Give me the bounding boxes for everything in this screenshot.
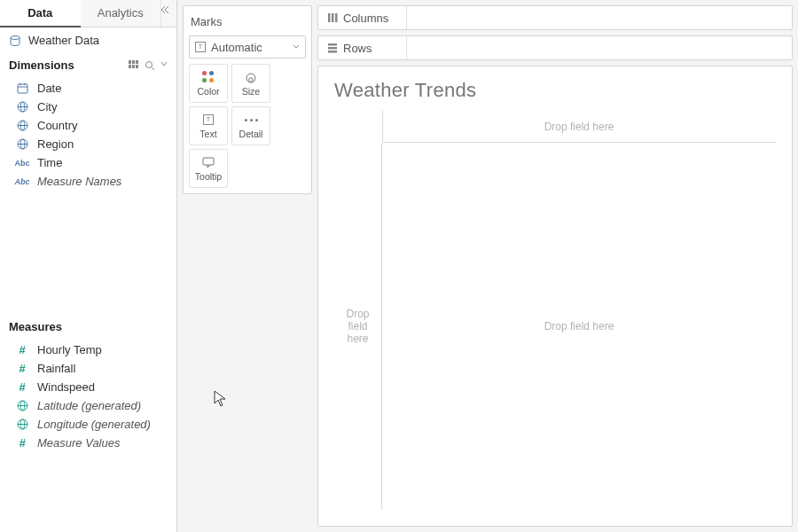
globe-icon — [16, 419, 28, 430]
svg-rect-6 — [136, 65, 138, 68]
datasource-name: Weather Data — [28, 34, 99, 47]
rows-icon — [327, 43, 338, 53]
search-icon[interactable] — [145, 60, 155, 71]
dimension-field-date[interactable]: Date — [0, 79, 176, 98]
svg-rect-5 — [132, 65, 135, 68]
columns-icon — [327, 12, 338, 23]
number-icon: # — [16, 436, 28, 450]
dimension-field-measure-names[interactable]: Abc Measure Names — [0, 172, 176, 191]
viz-body-drop[interactable]: Drop field here — [382, 143, 776, 510]
size-icon — [244, 70, 258, 84]
svg-rect-34 — [328, 43, 337, 46]
dimensions-title: Dimensions — [9, 59, 74, 72]
svg-rect-30 — [203, 158, 214, 165]
abc-icon: Abc — [16, 159, 28, 168]
measure-field-rainfall[interactable]: # Rainfall — [0, 359, 176, 378]
measure-field-longitude[interactable]: Longitude (generated) — [0, 415, 176, 434]
dimension-field-region[interactable]: Region — [0, 135, 176, 153]
marks-text-button[interactable]: T Text — [189, 106, 228, 145]
svg-rect-1 — [129, 60, 131, 64]
globe-icon — [16, 138, 28, 150]
globe-icon — [16, 120, 28, 131]
field-label: Country — [37, 119, 78, 132]
marks-grid: Color Size T Text Detail — [189, 64, 306, 188]
tab-data[interactable]: Data — [0, 0, 81, 27]
data-pane-tabs: Data Analytics — [0, 0, 176, 27]
chevron-down-icon — [293, 44, 300, 50]
rows-shelf[interactable]: Rows — [317, 35, 793, 60]
abc-icon: Abc — [16, 177, 28, 186]
dimensions-list: Date City Country Region Abc Time Abc M — [0, 77, 176, 192]
color-icon — [201, 70, 215, 84]
svg-point-7 — [146, 61, 153, 67]
svg-rect-31 — [328, 13, 331, 22]
marks-cell-label: Color — [197, 86, 219, 97]
columns-shelf[interactable]: Columns — [317, 5, 793, 30]
data-pane-collapse-icon[interactable] — [160, 0, 176, 27]
view-grid-icon[interactable] — [129, 60, 139, 71]
measure-field-measure-values[interactable]: # Measure Values — [0, 434, 176, 452]
detail-icon — [244, 113, 258, 127]
svg-rect-32 — [332, 13, 334, 22]
marks-cell-label: Size — [242, 86, 260, 97]
tab-analytics[interactable]: Analytics — [81, 0, 161, 27]
field-label: Latitude (generated) — [37, 399, 141, 412]
marks-tooltip-button[interactable]: Tooltip — [189, 149, 228, 188]
dimensions-tools — [129, 60, 168, 71]
columns-shelf-label: Columns — [318, 6, 407, 29]
dimension-field-country[interactable]: Country — [0, 116, 176, 135]
mark-type-label: Automatic — [211, 41, 262, 54]
marks-size-button[interactable]: Size — [231, 64, 270, 103]
marks-cell-label: Detail — [239, 129, 263, 139]
field-label: Longitude (generated) — [37, 418, 151, 431]
dimensions-menu-caret-icon[interactable] — [160, 60, 168, 71]
svg-point-0 — [11, 35, 20, 39]
viz-rows-drop[interactable]: Drop field here — [334, 143, 382, 510]
measure-field-hourly-temp[interactable]: # Hourly Temp — [0, 340, 176, 359]
field-label: Rainfall — [37, 362, 75, 375]
marks-detail-button[interactable]: Detail — [231, 106, 270, 145]
mark-auto-icon: T — [195, 42, 206, 52]
field-label: City — [37, 100, 57, 113]
field-label: Windspeed — [37, 380, 95, 394]
svg-rect-9 — [18, 84, 27, 93]
marks-color-button[interactable]: Color — [189, 64, 228, 103]
field-label: Time — [37, 156, 62, 169]
field-label: Region — [37, 137, 74, 151]
marks-cell-label: Text — [200, 129, 216, 139]
viz-canvas: Weather Trends Drop field here Drop fiel… — [317, 66, 793, 527]
globe-icon — [16, 400, 28, 411]
svg-rect-2 — [132, 60, 135, 64]
svg-rect-3 — [136, 60, 138, 64]
dimension-field-city[interactable]: City — [0, 98, 176, 116]
field-label: Date — [37, 82, 61, 95]
worksheet-area: Columns Rows Weather Trends Drop field h… — [317, 0, 798, 532]
worksheet-title[interactable]: Weather Trends — [334, 79, 776, 102]
mark-type-dropdown[interactable]: T Automatic — [189, 35, 306, 59]
number-icon: # — [16, 343, 28, 356]
measure-field-windspeed[interactable]: # Windspeed — [0, 378, 176, 396]
measure-field-latitude[interactable]: Latitude (generated) — [0, 396, 176, 415]
globe-icon — [16, 101, 28, 113]
text-icon: T — [201, 113, 215, 127]
measures-list: # Hourly Temp # Rainfall # Windspeed Lat… — [0, 339, 176, 532]
rows-shelf-label: Rows — [318, 36, 407, 59]
marks-card: Marks T Automatic Color Size T — [183, 5, 312, 194]
marks-column: Marks T Automatic Color Size T — [177, 0, 317, 532]
datasource-item[interactable]: Weather Data — [0, 27, 176, 53]
svg-rect-36 — [328, 51, 337, 53]
svg-point-29 — [249, 78, 254, 82]
svg-rect-33 — [335, 13, 338, 22]
svg-line-8 — [152, 67, 154, 70]
data-pane: Data Analytics Weather Data Dimensions — [0, 0, 177, 532]
measures-title: Measures — [9, 320, 62, 333]
viz-columns-drop[interactable]: Drop field here — [382, 111, 776, 143]
marks-title: Marks — [189, 12, 306, 35]
number-icon: # — [16, 362, 28, 375]
field-label: Measure Values — [37, 436, 120, 450]
field-label: Hourly Temp — [37, 343, 102, 356]
dimensions-header: Dimensions — [0, 53, 176, 77]
svg-rect-4 — [129, 65, 131, 68]
field-label: Measure Names — [37, 175, 121, 188]
dimension-field-time[interactable]: Abc Time — [0, 153, 176, 172]
